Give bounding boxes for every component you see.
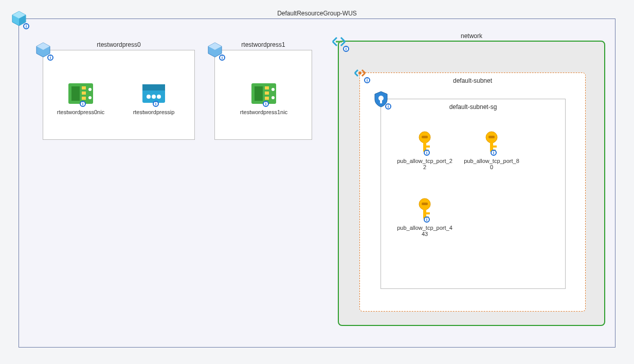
svg-rect-41 bbox=[422, 203, 428, 205]
group-title: rtestwordpress1 bbox=[215, 41, 312, 48]
key-icon: i bbox=[410, 130, 439, 155]
svg-point-14 bbox=[147, 95, 151, 99]
public-ip-icon: i bbox=[139, 81, 168, 106]
svg-rect-23 bbox=[265, 97, 269, 100]
info-icon[interactable]: i bbox=[23, 23, 29, 29]
group-rtestwordpress1[interactable]: rtestwordpress1 i bbox=[214, 50, 312, 140]
node-label: pub_allow_tcp_port_80 bbox=[463, 158, 520, 170]
info-icon[interactable]: i bbox=[219, 54, 225, 61]
node-nic[interactable]: i rtestwordpress1nic bbox=[236, 81, 292, 115]
info-icon[interactable]: i bbox=[153, 101, 159, 107]
node-label: rtestwordpressip bbox=[125, 109, 182, 115]
svg-rect-29 bbox=[380, 99, 382, 103]
svg-rect-9 bbox=[82, 97, 86, 100]
node-label: pub_allow_tcp_port_22 bbox=[396, 158, 453, 170]
svg-rect-6 bbox=[71, 86, 80, 101]
node-label: pub_allow_tcp_port_443 bbox=[396, 225, 453, 237]
info-icon[interactable]: i bbox=[491, 150, 497, 156]
svg-point-27 bbox=[358, 71, 361, 75]
svg-rect-38 bbox=[493, 145, 497, 148]
svg-rect-13 bbox=[142, 84, 165, 90]
node-public-ip[interactable]: i rtestwordpressip bbox=[125, 81, 182, 115]
svg-rect-31 bbox=[422, 136, 428, 138]
resource-group-icon: i bbox=[10, 10, 28, 28]
nsg-icon: i bbox=[372, 90, 390, 108]
svg-rect-43 bbox=[426, 212, 430, 214]
svg-rect-7 bbox=[82, 86, 86, 89]
info-icon[interactable]: i bbox=[424, 216, 430, 223]
svg-rect-20 bbox=[255, 86, 263, 101]
group-subnet[interactable]: default-subnet i default-subnet-sg bbox=[359, 72, 586, 312]
svg-point-11 bbox=[88, 96, 92, 99]
node-label: rtestwordpress0nic bbox=[52, 109, 109, 115]
info-icon[interactable]: i bbox=[343, 46, 349, 52]
diagram-canvas[interactable]: DefaultResourceGroup-WUS i rtestwordpres… bbox=[0, 0, 634, 364]
subnet-icon: i bbox=[351, 64, 369, 82]
group-network[interactable]: network i default-subnet bbox=[338, 41, 605, 326]
info-icon[interactable]: i bbox=[263, 101, 269, 107]
info-icon[interactable]: i bbox=[80, 101, 86, 107]
group-title: default-subnet-sg bbox=[381, 103, 565, 111]
group-title: default-subnet bbox=[360, 77, 585, 84]
group-title: network bbox=[339, 32, 604, 40]
svg-point-25 bbox=[271, 96, 275, 99]
vnet-icon: i bbox=[330, 32, 348, 51]
node-security-rule[interactable]: i pub_allow_tcp_port_80 bbox=[463, 130, 520, 170]
group-rtestwordpress0[interactable]: rtestwordpress0 i bbox=[43, 50, 195, 140]
svg-rect-36 bbox=[488, 136, 495, 138]
svg-point-10 bbox=[88, 88, 92, 91]
group-security-group[interactable]: default-subnet-sg i bbox=[381, 99, 566, 289]
svg-rect-21 bbox=[265, 86, 269, 89]
node-nic[interactable]: i rtestwordpress0nic bbox=[52, 81, 109, 115]
node-security-rule[interactable]: i pub_allow_tcp_port_443 bbox=[396, 197, 453, 237]
svg-rect-8 bbox=[82, 92, 86, 95]
svg-rect-33 bbox=[426, 145, 430, 148]
node-security-rule[interactable]: i pub_allow_tcp_port_22 bbox=[396, 130, 453, 170]
key-icon: i bbox=[477, 130, 506, 155]
resource-group-box[interactable]: DefaultResourceGroup-WUS i rtestwordpres… bbox=[19, 19, 615, 348]
group-title: rtestwordpress0 bbox=[43, 41, 194, 48]
info-icon[interactable]: i bbox=[385, 103, 391, 110]
svg-rect-22 bbox=[265, 92, 269, 95]
vm-group-icon: i bbox=[206, 41, 224, 60]
svg-point-24 bbox=[271, 88, 275, 91]
vm-group-icon: i bbox=[34, 41, 52, 60]
svg-point-15 bbox=[152, 95, 156, 99]
info-icon[interactable]: i bbox=[47, 54, 53, 61]
key-icon: i bbox=[410, 197, 439, 222]
nic-icon: i bbox=[66, 81, 95, 106]
resource-group-title: DefaultResourceGroup-WUS bbox=[19, 10, 615, 17]
info-icon[interactable]: i bbox=[364, 77, 370, 83]
nic-icon: i bbox=[249, 81, 278, 106]
svg-point-16 bbox=[157, 95, 161, 99]
info-icon[interactable]: i bbox=[424, 150, 430, 156]
node-label: rtestwordpress1nic bbox=[236, 109, 292, 115]
